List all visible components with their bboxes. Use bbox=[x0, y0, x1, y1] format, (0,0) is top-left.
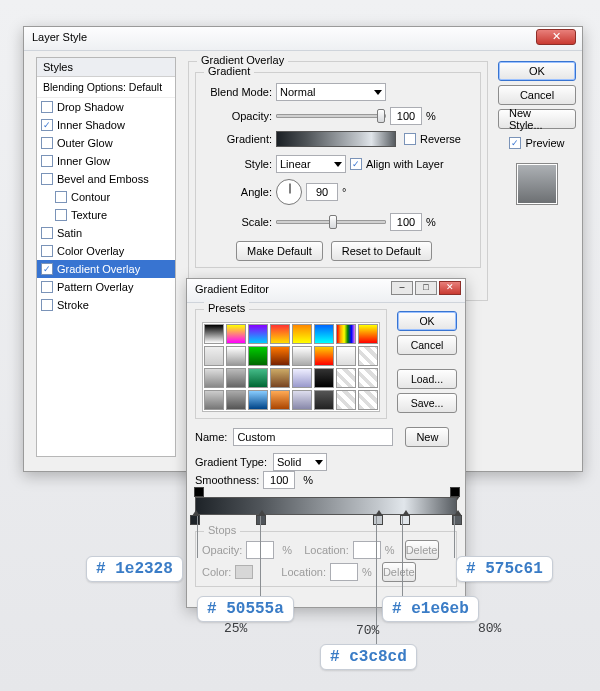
style-item-drop-shadow[interactable]: Drop Shadow bbox=[37, 98, 175, 116]
preset-swatch[interactable] bbox=[270, 324, 290, 344]
preset-swatch[interactable] bbox=[248, 324, 268, 344]
style-checkbox[interactable] bbox=[41, 101, 53, 113]
preset-swatch[interactable] bbox=[226, 346, 246, 366]
color-stop[interactable] bbox=[190, 515, 200, 525]
style-checkbox[interactable] bbox=[41, 299, 53, 311]
style-item-inner-glow[interactable]: Inner Glow bbox=[37, 152, 175, 170]
preset-swatch[interactable] bbox=[336, 346, 356, 366]
preset-swatch[interactable] bbox=[358, 390, 378, 410]
preset-swatch[interactable] bbox=[314, 390, 334, 410]
color-annotation-2: # c3c8cd bbox=[320, 644, 417, 670]
reset-default-button[interactable]: Reset to Default bbox=[331, 241, 432, 261]
style-item-contour[interactable]: Contour bbox=[37, 188, 175, 206]
preset-swatch[interactable] bbox=[226, 368, 246, 388]
style-item-texture[interactable]: Texture bbox=[37, 206, 175, 224]
annotation-line bbox=[402, 516, 403, 598]
style-item-label: Drop Shadow bbox=[57, 101, 124, 113]
editor-titlebar[interactable]: Gradient Editor – □ ✕ bbox=[187, 279, 465, 303]
reverse-checkbox[interactable] bbox=[404, 133, 416, 145]
new-style-button[interactable]: New Style... bbox=[498, 109, 576, 129]
preset-swatch[interactable] bbox=[336, 390, 356, 410]
style-checkbox[interactable] bbox=[41, 155, 53, 167]
preset-swatch[interactable] bbox=[226, 390, 246, 410]
style-checkbox[interactable] bbox=[41, 227, 53, 239]
preset-swatch[interactable] bbox=[292, 390, 312, 410]
preset-swatch[interactable] bbox=[270, 390, 290, 410]
new-button[interactable]: New bbox=[405, 427, 449, 447]
name-input[interactable] bbox=[233, 428, 393, 446]
close-button[interactable]: ✕ bbox=[536, 29, 576, 45]
style-checkbox[interactable] bbox=[41, 245, 53, 257]
ok-button[interactable]: OK bbox=[498, 61, 576, 81]
save-button[interactable]: Save... bbox=[397, 393, 457, 413]
style-checkbox[interactable] bbox=[41, 263, 53, 275]
editor-ok-button[interactable]: OK bbox=[397, 311, 457, 331]
style-item-gradient-overlay[interactable]: Gradient Overlay bbox=[37, 260, 175, 278]
preset-swatch[interactable] bbox=[336, 324, 356, 344]
blend-mode-select[interactable]: Normal bbox=[276, 83, 386, 101]
gradient-picker[interactable] bbox=[276, 131, 396, 147]
angle-value[interactable]: 90 bbox=[306, 183, 338, 201]
editor-cancel-button[interactable]: Cancel bbox=[397, 335, 457, 355]
preset-swatch[interactable] bbox=[204, 390, 224, 410]
style-item-bevel-and-emboss[interactable]: Bevel and Emboss bbox=[37, 170, 175, 188]
style-checkbox[interactable] bbox=[55, 191, 67, 203]
titlebar[interactable]: Layer Style ✕ bbox=[24, 27, 582, 51]
preset-swatch[interactable] bbox=[358, 346, 378, 366]
style-select[interactable]: Linear bbox=[276, 155, 346, 173]
preset-swatch[interactable] bbox=[248, 368, 268, 388]
preset-swatch[interactable] bbox=[248, 390, 268, 410]
presets-grid[interactable] bbox=[202, 322, 380, 412]
preset-swatch[interactable] bbox=[292, 324, 312, 344]
gradient-type-select[interactable]: Solid bbox=[273, 453, 327, 471]
opacity-value[interactable]: 100 bbox=[390, 107, 422, 125]
scale-value[interactable]: 100 bbox=[390, 213, 422, 231]
align-checkbox[interactable] bbox=[350, 158, 362, 170]
style-item-label: Stroke bbox=[57, 299, 89, 311]
scale-slider[interactable] bbox=[276, 220, 386, 224]
preset-swatch[interactable] bbox=[314, 324, 334, 344]
smoothness-value[interactable]: 100 bbox=[263, 471, 295, 489]
style-checkbox[interactable] bbox=[55, 209, 67, 221]
minimize-button[interactable]: – bbox=[391, 281, 413, 295]
preset-swatch[interactable] bbox=[270, 346, 290, 366]
style-checkbox[interactable] bbox=[41, 119, 53, 131]
style-item-outer-glow[interactable]: Outer Glow bbox=[37, 134, 175, 152]
opacity-slider[interactable] bbox=[276, 114, 386, 118]
style-checkbox[interactable] bbox=[41, 137, 53, 149]
preset-swatch[interactable] bbox=[336, 368, 356, 388]
preset-swatch[interactable] bbox=[358, 324, 378, 344]
gradient-bar[interactable] bbox=[195, 497, 457, 515]
maximize-button[interactable]: □ bbox=[415, 281, 437, 295]
preset-swatch[interactable] bbox=[292, 368, 312, 388]
blending-options-row[interactable]: Blending Options: Default bbox=[37, 77, 175, 98]
stop-opacity-label: Opacity: bbox=[202, 544, 242, 556]
preset-swatch[interactable] bbox=[204, 346, 224, 366]
color-stop[interactable] bbox=[373, 515, 383, 525]
style-item-stroke[interactable]: Stroke bbox=[37, 296, 175, 314]
load-button[interactable]: Load... bbox=[397, 369, 457, 389]
styles-header[interactable]: Styles bbox=[37, 58, 175, 77]
style-item-inner-shadow[interactable]: Inner Shadow bbox=[37, 116, 175, 134]
preset-swatch[interactable] bbox=[358, 368, 378, 388]
editor-close-button[interactable]: ✕ bbox=[439, 281, 461, 295]
style-item-satin[interactable]: Satin bbox=[37, 224, 175, 242]
style-item-color-overlay[interactable]: Color Overlay bbox=[37, 242, 175, 260]
preset-swatch[interactable] bbox=[204, 324, 224, 344]
style-checkbox[interactable] bbox=[41, 281, 53, 293]
opacity-stop-left[interactable] bbox=[194, 487, 204, 497]
angle-dial[interactable] bbox=[276, 179, 302, 205]
opacity-stop-right[interactable] bbox=[450, 487, 460, 497]
preview-checkbox[interactable] bbox=[509, 137, 521, 149]
preset-swatch[interactable] bbox=[314, 368, 334, 388]
preset-swatch[interactable] bbox=[314, 346, 334, 366]
preset-swatch[interactable] bbox=[292, 346, 312, 366]
cancel-button[interactable]: Cancel bbox=[498, 85, 576, 105]
preset-swatch[interactable] bbox=[226, 324, 246, 344]
make-default-button[interactable]: Make Default bbox=[236, 241, 323, 261]
preset-swatch[interactable] bbox=[248, 346, 268, 366]
style-checkbox[interactable] bbox=[41, 173, 53, 185]
preset-swatch[interactable] bbox=[270, 368, 290, 388]
style-item-pattern-overlay[interactable]: Pattern Overlay bbox=[37, 278, 175, 296]
preset-swatch[interactable] bbox=[204, 368, 224, 388]
